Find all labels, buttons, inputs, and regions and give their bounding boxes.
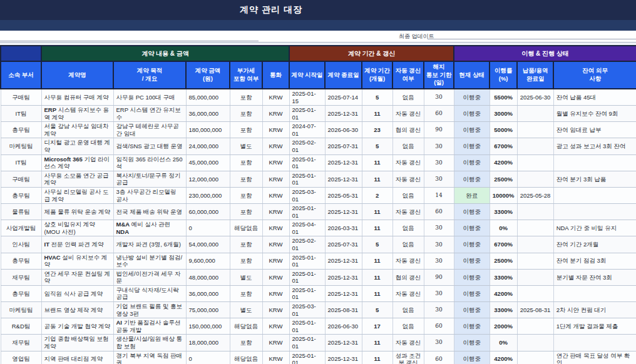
cell-progress[interactable]: 4200% <box>490 154 517 171</box>
cell-end-date[interactable]: 2025-07-31 <box>325 138 362 154</box>
cell-progress[interactable]: 3000% <box>490 106 517 122</box>
cell-status[interactable]: 이행중 <box>454 204 490 220</box>
cell-notice-days[interactable]: 60 <box>424 351 454 364</box>
cell-period-months[interactable]: 17 <box>362 318 392 335</box>
cell-currency[interactable]: KRW <box>262 187 289 203</box>
cell-notice-days[interactable]: 60 <box>424 106 454 122</box>
cell-completion-date[interactable] <box>517 220 553 236</box>
cell-purpose[interactable]: 법인세/이전가격 세무 자문 <box>113 269 186 285</box>
cell-progress[interactable]: 0% <box>490 335 517 351</box>
cell-end-date[interactable]: 2026-03-31 <box>325 220 362 236</box>
cell-dept[interactable]: 구매팀 <box>1 171 41 187</box>
cell-auto-renewal[interactable]: 없음 <box>392 220 424 236</box>
cell-end-date[interactable]: 2025-12-31 <box>325 335 362 351</box>
cell-auto-renewal[interactable]: 없음 <box>392 318 424 335</box>
cell-status[interactable]: 이행중 <box>454 220 490 236</box>
cell-currency[interactable]: KRW <box>262 269 289 285</box>
cell-period-months[interactable]: 11 <box>362 351 392 364</box>
cell-purpose[interactable]: 임직원 365 라이선스 250석 <box>113 154 186 171</box>
cell-remaining[interactable] <box>553 154 636 171</box>
cell-notice-days[interactable]: 30 <box>424 236 454 253</box>
cell-amount[interactable]: 230,000,000 <box>186 187 230 203</box>
cell-start-date[interactable]: 2025-01-01 <box>289 335 325 351</box>
cell-progress[interactable]: 4200% <box>490 285 517 301</box>
cell-purpose[interactable]: 경기 북부 지역 독점 판매권 <box>113 351 186 364</box>
cell-remaining[interactable]: NDA 기간 중 비밀 유지 <box>553 220 636 236</box>
cell-auto-renewal[interactable]: 없음 <box>392 236 424 253</box>
cell-completion-date[interactable] <box>517 171 553 187</box>
cell-period-months[interactable]: 11 <box>362 220 392 236</box>
cell-dept[interactable]: 재무팀 <box>1 269 41 285</box>
cell-contract-name[interactable]: 제품 물류 위탁 운송 계약 <box>41 204 113 220</box>
cell-status[interactable]: 이행중 <box>454 269 490 285</box>
cell-vat[interactable]: 포함 <box>230 285 262 301</box>
cell-amount[interactable]: 36,000,000 <box>186 285 230 301</box>
cell-currency[interactable]: KRW <box>262 89 289 106</box>
cell-remaining[interactable]: 잔여 분기 3회 납품 <box>553 171 636 187</box>
cell-purpose[interactable]: 강남구 테헤란로 사무공간 임대 <box>113 122 186 138</box>
cell-currency[interactable]: KRW <box>262 220 289 236</box>
cell-progress[interactable]: 2500% <box>490 171 517 187</box>
cell-amount[interactable]: 9,600,000 <box>186 253 230 269</box>
cell-completion-date[interactable] <box>517 122 553 138</box>
cell-dept[interactable]: IT팀 <box>1 106 41 122</box>
cell-period-months[interactable]: 5 <box>362 89 392 106</box>
cell-period-months[interactable]: 11 <box>362 269 392 285</box>
cell-remaining[interactable]: 월별 유지보수 잔여 9회 <box>553 106 636 122</box>
cell-period-months[interactable]: 11 <box>362 253 392 269</box>
cell-contract-name[interactable]: 공동 기술 개발 협약 계약 <box>41 318 113 335</box>
cell-amount[interactable]: 85,000,000 <box>186 89 230 106</box>
cell-completion-date[interactable]: 2025-06-30 <box>517 89 553 106</box>
cell-contract-name[interactable]: HVAC 설비 유지보수 계약 <box>41 253 113 269</box>
cell-start-date[interactable]: 2025-04-01 <box>289 220 325 236</box>
cell-currency[interactable]: KRW <box>262 236 289 253</box>
cell-purpose[interactable]: 3층 사무공간 리모델링 공사 <box>113 187 186 203</box>
cell-end-date[interactable]: 2025-12-31 <box>325 269 362 285</box>
cell-contract-name[interactable]: ERP 시스템 유지보수 용역 계약 <box>41 106 113 122</box>
cell-end-date[interactable]: 2025-07-14 <box>325 89 362 106</box>
cell-period-months[interactable]: 11 <box>362 171 392 187</box>
cell-status[interactable]: 이행중 <box>454 89 490 106</box>
cell-dept[interactable]: 사업개발팀 <box>1 220 41 236</box>
cell-dept[interactable]: 물류팀 <box>1 204 41 220</box>
cell-amount[interactable]: 12,000,000 <box>186 171 230 187</box>
cell-vat[interactable]: 해당없음 <box>230 318 262 335</box>
cell-remaining[interactable]: 2차 시안 컨펌 대기 <box>553 302 636 318</box>
cell-status[interactable]: 이행중 <box>454 285 490 301</box>
cell-dept[interactable]: 마케팅팀 <box>1 138 41 154</box>
cell-remaining[interactable] <box>553 204 636 220</box>
cell-notice-days[interactable]: 60 <box>424 204 454 220</box>
cell-auto-renewal[interactable]: 자동 갱신 <box>392 106 424 122</box>
cell-vat[interactable]: 포함 <box>230 236 262 253</box>
cell-period-months[interactable]: 5 <box>362 138 392 154</box>
cell-purpose[interactable]: 기업 브랜드 필름 및 홍보 영상 3편 <box>113 302 186 318</box>
cell-start-date[interactable]: 2025-01-01 <box>289 253 325 269</box>
cell-period-months[interactable]: 5 <box>362 302 392 318</box>
cell-notice-days[interactable]: 30 <box>424 138 454 154</box>
cell-amount[interactable]: 24,000,000 <box>186 138 230 154</box>
cell-remaining[interactable] <box>553 187 636 203</box>
cell-currency[interactable]: KRW <box>262 335 289 351</box>
cell-status[interactable]: 이행중 <box>454 318 490 335</box>
cell-completion-date[interactable]: 2025-08-31 <box>517 302 553 318</box>
cell-amount[interactable]: 150,000,000 <box>186 318 230 335</box>
cell-contract-name[interactable]: 기업 종합 배상책임 보험 계약 <box>41 335 113 351</box>
cell-auto-renewal[interactable]: 협의 갱신 <box>392 122 424 138</box>
cell-notice-days[interactable]: 30 <box>424 89 454 106</box>
cell-auto-renewal[interactable]: 자동 갱신 <box>392 204 424 220</box>
cell-completion-date[interactable] <box>517 318 553 335</box>
cell-end-date[interactable]: 2025-12-31 <box>325 351 362 364</box>
cell-status[interactable]: 이행중 <box>454 253 490 269</box>
cell-auto-renewal[interactable]: 없음 <box>392 89 424 106</box>
cell-start-date[interactable]: 2025-01-01 <box>289 106 325 122</box>
cell-contract-name[interactable]: 사무실 리모델링 공사 도급 계약 <box>41 187 113 203</box>
cell-start-date[interactable]: 2025-01-01 <box>289 285 325 301</box>
cell-end-date[interactable]: 2025-07-31 <box>325 236 362 253</box>
cell-auto-renewal[interactable]: 자동 갱신 <box>392 171 424 187</box>
cell-contract-name[interactable]: 서울 강남 사무실 임대차 계약 <box>41 122 113 138</box>
cell-dept[interactable]: 총무팀 <box>1 285 41 301</box>
cell-vat[interactable]: 포함 <box>230 106 262 122</box>
cell-period-months[interactable]: 11 <box>362 204 392 220</box>
cell-auto-renewal[interactable]: 성과 조건부 갱신 <box>392 351 424 364</box>
cell-auto-renewal[interactable]: 협의 갱신 <box>392 269 424 285</box>
